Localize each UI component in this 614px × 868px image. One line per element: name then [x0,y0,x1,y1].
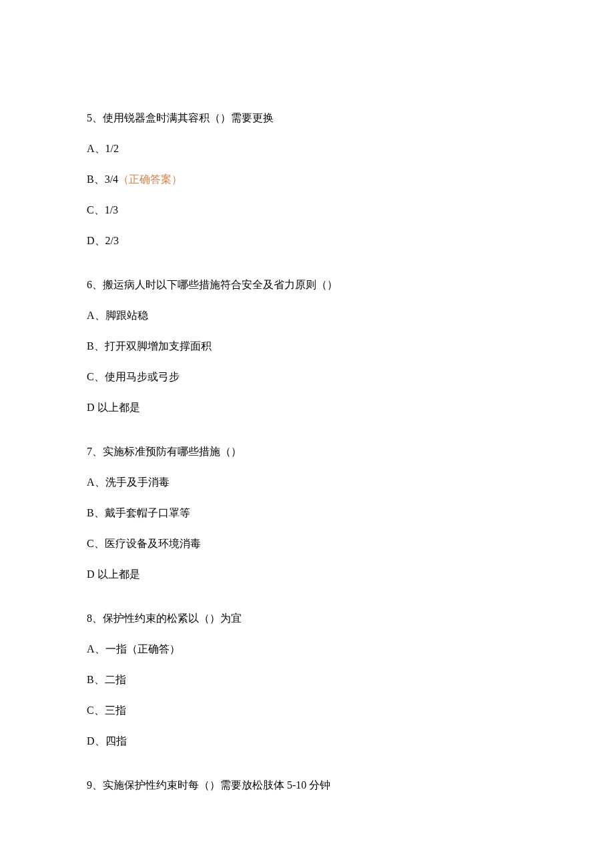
question-7-option-b: B、戴手套帽子口罩等 [87,505,527,521]
question-8: 8、保护性约束的松紧以（）为宜 A、一指（正确答） B、二指 C、三指 D、四指 [87,610,527,749]
question-8-option-b: B、二指 [87,672,527,688]
question-7-text: 7、实施标准预防有哪些措施（） [87,444,527,460]
question-6-text: 6、搬运病人时以下哪些措施符合安全及省力原则（） [87,277,527,293]
question-6-option-d: D 以上都是 [87,400,527,416]
question-8-option-d: D、四指 [87,733,527,749]
question-8-text: 8、保护性约束的松紧以（）为宜 [87,610,527,626]
question-6-option-b: B、打开双脚增加支撑面积 [87,338,527,354]
question-5: 5、使用锐器盒时满其容积（）需要更换 A、1/2 B、3/4（正确答案） C、1… [87,110,527,249]
question-7-option-d: D 以上都是 [87,566,527,582]
question-5-option-d: D、2/3 [87,233,527,249]
question-7-option-c: C、医疗设备及环境消毒 [87,536,527,552]
question-6-option-c: C、使用马步或弓步 [87,369,527,385]
question-8-option-c: C、三指 [87,703,527,719]
question-9: 9、实施保护性约束时每（）需要放松肢体 5-10 分钟 [87,777,527,793]
question-5-option-b: B、3/4（正确答案） [87,171,527,187]
question-7-option-a: A、洗手及手消毒 [87,474,527,490]
question-9-text: 9、实施保护性约束时每（）需要放松肢体 5-10 分钟 [87,777,527,793]
question-5-correct-answer-label: （正确答案） [118,173,182,185]
question-8-option-a: A、一指（正确答） [87,641,527,657]
question-5-option-a: A、1/2 [87,141,527,157]
question-6: 6、搬运病人时以下哪些措施符合安全及省力原则（） A、脚跟站稳 B、打开双脚增加… [87,277,527,416]
question-5-text: 5、使用锐器盒时满其容积（）需要更换 [87,110,527,126]
question-5-option-c: C、1/3 [87,202,527,218]
question-7: 7、实施标准预防有哪些措施（） A、洗手及手消毒 B、戴手套帽子口罩等 C、医疗… [87,444,527,582]
question-5-option-b-prefix: B、3/4 [87,173,118,185]
question-6-option-a: A、脚跟站稳 [87,308,527,324]
